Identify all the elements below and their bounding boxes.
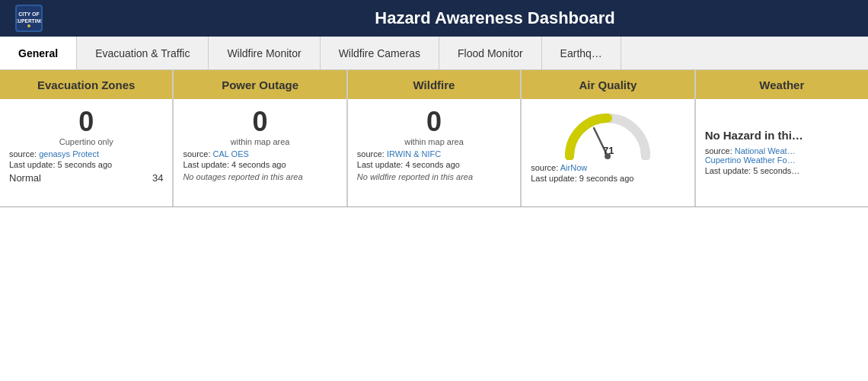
svg-text:CITY OF: CITY OF [18, 11, 40, 17]
card-weather-body: No Hazard in thi… source: National Weat…… [696, 99, 868, 207]
evacuation-source-link[interactable]: genasys Protect [39, 149, 99, 158]
card-wildfire: Wildfire 0 within map area source: IRWIN… [348, 70, 522, 207]
svg-point-3 [27, 24, 30, 27]
power-lastupdate: Last update: 4 seconds ago [183, 160, 337, 169]
evacuation-lastupdate: Last update: 5 seconds ago [9, 160, 163, 169]
airquality-gauge: 0 71 350 [531, 107, 685, 160]
city-logo-icon: CITY OF CUPERTINO [15, 5, 43, 32]
airquality-lastupdate: Last update: 9 seconds ago [531, 174, 685, 183]
weather-source-link1[interactable]: National Weat… [735, 146, 796, 155]
evacuation-status-row: Normal 34 [9, 171, 163, 184]
power-source-label: source: [183, 149, 210, 158]
dashboard-title: Hazard Awareness Dashboard [137, 8, 853, 28]
card-weather-header: Weather [696, 70, 868, 99]
weather-lastupdate: Last update: 5 seconds… [705, 166, 859, 175]
evacuation-count: 0 [9, 107, 163, 137]
wildfire-source-label: source: [357, 149, 385, 158]
tab-general[interactable]: General [0, 37, 77, 69]
evacuation-source-label: source: [9, 149, 37, 158]
svg-text:71: 71 [603, 145, 614, 156]
power-count: 0 [183, 107, 337, 137]
wildfire-sub: within map area [357, 137, 511, 146]
card-power-body: 0 within map area source: CAL OES Last u… [174, 99, 346, 207]
card-power-header: Power Outage [174, 70, 346, 99]
card-evacuation-body: 0 Cupertino only source: genasys Protect… [0, 99, 172, 207]
card-airquality-header: Air Quality [522, 70, 694, 99]
power-sub: within map area [183, 137, 337, 146]
card-wildfire-body: 0 within map area source: IRWIN & NIFC L… [348, 99, 520, 207]
weather-no-hazard: No Hazard in thi… [705, 129, 859, 142]
card-evacuation-header: Evacuation Zones [0, 70, 172, 99]
weather-source2: Cupertino Weather Fo… [705, 155, 859, 165]
card-power: Power Outage 0 within map area source: C… [174, 70, 347, 207]
tab-wildfire-monitor[interactable]: Wildfire Monitor [209, 37, 320, 69]
tab-wildfire-cameras[interactable]: Wildfire Cameras [321, 37, 439, 69]
power-source: source: CAL OES [183, 149, 337, 158]
tab-earthquake[interactable]: Earthq… [542, 37, 621, 69]
svg-text:350: 350 [643, 159, 653, 160]
tab-evacuation[interactable]: Evacuation & Traffic [77, 37, 209, 69]
svg-text:0: 0 [568, 159, 573, 160]
airquality-source-label: source: [531, 163, 558, 172]
evacuation-sub: Cupertino only [9, 137, 163, 146]
card-airquality: Air Quality 0 71 [522, 70, 695, 207]
card-wildfire-header: Wildfire [348, 70, 520, 99]
wildfire-lastupdate: Last update: 4 seconds ago [357, 160, 511, 169]
airquality-source: source: AirNow [531, 163, 685, 172]
evacuation-status-count: 34 [152, 172, 163, 184]
card-evacuation: Evacuation Zones 0 Cupertino only source… [0, 70, 174, 207]
app-header: CITY OF CUPERTINO Hazard Awareness Dashb… [0, 0, 868, 37]
power-note: No outages reported in this area [183, 172, 337, 181]
wildfire-source: source: IRWIN & NIFC [357, 149, 511, 158]
power-source-link[interactable]: CAL OES [213, 149, 249, 158]
weather-source1: source: National Weat… [705, 146, 859, 155]
weather-source-link2[interactable]: Cupertino Weather Fo… [705, 155, 796, 165]
weather-source-label: source: [705, 146, 732, 155]
airquality-source-link[interactable]: AirNow [560, 163, 587, 172]
card-weather: Weather No Hazard in thi… source: Nation… [696, 70, 868, 207]
evacuation-source: source: genasys Protect [9, 149, 163, 158]
cards-area: Evacuation Zones 0 Cupertino only source… [0, 70, 868, 207]
wildfire-count: 0 [357, 107, 511, 137]
card-airquality-body: 0 71 350 source: AirNow Last update: 9 s… [522, 99, 694, 207]
wildfire-note: No wildfire reported in this area [357, 172, 511, 181]
svg-text:CUPERTINO: CUPERTINO [17, 18, 41, 24]
evacuation-status: Normal [9, 172, 41, 184]
tab-flood-monitor[interactable]: Flood Monitor [439, 37, 542, 69]
nav-tabs: General Evacuation & Traffic Wildfire Mo… [0, 37, 868, 70]
wildfire-source-link[interactable]: IRWIN & NIFC [387, 149, 441, 158]
logo-area: CITY OF CUPERTINO [15, 5, 137, 32]
